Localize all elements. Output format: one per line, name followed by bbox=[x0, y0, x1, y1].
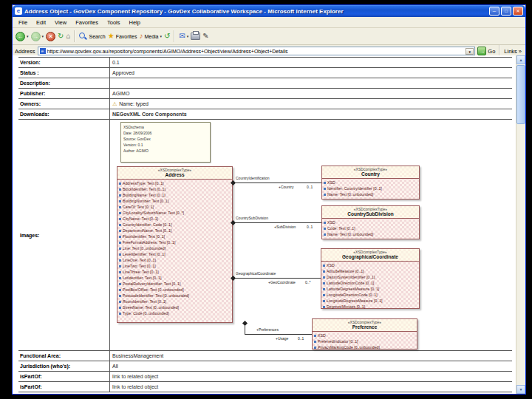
scroll-down-button[interactable]: ▼ bbox=[516, 385, 525, 394]
go-icon: → bbox=[477, 47, 486, 55]
links-button[interactable]: Links » bbox=[504, 48, 523, 55]
uml-association-country bbox=[233, 183, 321, 183]
table-row-version: Version: 0.1 bbox=[18, 58, 512, 68]
mail-dropdown-icon[interactable]: ▾ bbox=[187, 34, 189, 38]
menu-item[interactable]: Edit bbox=[32, 19, 50, 26]
slide-background: e Address Object - GovDex Component Repo… bbox=[0, 0, 532, 399]
uml-attribute: Degrees/Minutes [0..1] bbox=[323, 304, 417, 310]
uml-attribute: StreetName: Text [0..unbounded] bbox=[119, 304, 231, 310]
uml-class-address[interactable]: «XSDcomplexType» Address AddressType: Te… bbox=[117, 166, 233, 323]
uml-attribute: FloorIdentifier: Text [0..1] bbox=[119, 233, 231, 239]
media-dropdown-icon[interactable]: ▾ bbox=[160, 34, 163, 38]
property-label: Status : bbox=[18, 68, 110, 78]
property-label: Functional Area: bbox=[18, 351, 110, 361]
owners-text: Name: typed bbox=[119, 101, 149, 106]
table-row-downloads: Downloads: NEGovXML Core Components bbox=[18, 109, 512, 120]
uml-association-preference bbox=[245, 334, 312, 335]
edge-multiplicity: 0..1 bbox=[307, 185, 313, 189]
stop-button[interactable]: ✕ bbox=[46, 32, 55, 41]
edge-label: CountryIdentification bbox=[236, 176, 270, 180]
menu-item[interactable]: Help bbox=[125, 19, 145, 26]
forward-icon: → bbox=[31, 32, 41, 41]
uml-class-geocoordinate[interactable]: «XSDcomplexType» GeographicalCoordinate … bbox=[321, 248, 420, 309]
menu-item[interactable]: Favorites bbox=[71, 19, 103, 26]
uml-attribute: BlockIdentifier: Text [0..1] bbox=[119, 186, 231, 192]
uml-attribute: CityLocality/SuburbName: Text [0..*] bbox=[119, 210, 231, 216]
search-icon bbox=[79, 33, 87, 41]
edge-label: CountrySubDivision bbox=[236, 216, 268, 220]
forward-button[interactable]: → ▾ bbox=[31, 32, 44, 41]
close-button[interactable]: ✕ bbox=[513, 7, 523, 16]
menu-item[interactable]: File bbox=[14, 19, 32, 26]
uml-attribute: XSD bbox=[324, 219, 417, 225]
ispartof-link[interactable]: link to related object bbox=[110, 382, 512, 392]
uml-class-preference[interactable]: «XSDcomplexType» Preference XSDPreferred… bbox=[312, 318, 417, 349]
uml-attribute: LineOne: Text [0..1] bbox=[119, 257, 231, 263]
property-label: Publisher: bbox=[18, 89, 110, 98]
url-dropdown-button[interactable]: ▾ bbox=[466, 48, 474, 55]
uml-attribute: LatitudeDegreesMeasure [0..1] bbox=[323, 286, 417, 292]
uml-note: XSDschemaDate: 28/09/2006Source: GovDexV… bbox=[120, 122, 211, 163]
toolbar-separator bbox=[174, 30, 175, 42]
uml-attribute: LatitudeDirectionCode [0..1] bbox=[323, 280, 417, 286]
url-input[interactable]: e https://www.govdex.gov.au/repository/c… bbox=[38, 47, 476, 55]
class-name: GeographicalCoordinate bbox=[321, 254, 419, 260]
scroll-up-button[interactable]: ▲ bbox=[516, 55, 525, 64]
edge-label: GeographicalCoordinate bbox=[236, 271, 276, 276]
uml-attribute: LevelIdentifier: Text [0..1] bbox=[119, 251, 231, 257]
history-button[interactable]: ↺ bbox=[164, 32, 170, 41]
back-dropdown-icon[interactable]: ▾ bbox=[27, 34, 29, 38]
ispartof-link[interactable]: link to related object bbox=[110, 372, 512, 381]
uml-attribute: CareOf: Text [0..1] bbox=[119, 204, 231, 210]
downloads-link[interactable]: NEGovXML Core Components bbox=[110, 109, 512, 119]
menu-item[interactable]: View bbox=[50, 19, 71, 26]
favorites-button[interactable]: ★ Favorites bbox=[108, 32, 137, 41]
scrollbar-thumb[interactable] bbox=[516, 65, 525, 124]
media-icon: ♪ bbox=[139, 32, 143, 41]
menu-item[interactable]: Tools bbox=[103, 19, 125, 26]
uml-class-subdivision[interactable]: «XSDcomplexType» CountrySubDivision XSDC… bbox=[321, 205, 420, 239]
table-row-description: Description: bbox=[18, 78, 512, 89]
table-row-functional-area: Functional Area: BusinessManagement bbox=[18, 351, 512, 361]
table-row-ispartof-2: isPartOf: link to related object bbox=[18, 382, 512, 392]
table-row-ispartof-1: isPartOf: link to related object bbox=[18, 372, 512, 382]
maximize-button[interactable]: □ bbox=[501, 7, 511, 16]
note-line: Date: 28/09/2006 bbox=[123, 130, 208, 136]
uml-attribute: PostBox/Office: Text [0..unbounded] bbox=[119, 287, 231, 293]
edge-label: +Preferences bbox=[256, 327, 279, 332]
edit-button[interactable]: ✎ bbox=[202, 32, 208, 41]
vertical-scrollbar[interactable]: ▲ ▼ bbox=[516, 55, 525, 394]
refresh-button[interactable]: ↻ bbox=[58, 32, 64, 41]
media-button[interactable]: ♪ Media ▾ bbox=[139, 32, 162, 41]
search-button[interactable]: Search bbox=[79, 33, 105, 41]
table-row-images: Images: XSDschemaDate: 28/09/2006Source:… bbox=[18, 120, 512, 351]
edge-role-label: +GeoCoordinate bbox=[268, 280, 296, 284]
caption-row: AGO Main::Address. Details bbox=[18, 392, 512, 394]
uml-attribute: Name: Text [0..unbounded] bbox=[324, 191, 417, 197]
go-button[interactable]: → Go bbox=[477, 47, 495, 55]
search-label: Search bbox=[89, 34, 105, 39]
uml-attribute: PreferredIndicator [0..1] bbox=[314, 338, 415, 344]
uml-attribute: LineTwo: Text [0..1] bbox=[119, 263, 231, 269]
property-value: Approved bbox=[110, 68, 512, 78]
property-value bbox=[110, 78, 512, 88]
uml-attribute: DatumSystemIdentifier [0..1] bbox=[323, 274, 417, 280]
uml-attribute: CountryIdentifier: Code [0..1] bbox=[119, 222, 231, 228]
table-row-publisher: Publisher: AGIMO bbox=[18, 89, 512, 99]
uml-class-country[interactable]: «XSDcomplexType» Country XSDIdentifier: … bbox=[321, 166, 420, 200]
minimize-button[interactable]: ─ bbox=[489, 7, 499, 16]
links-label: Links bbox=[504, 48, 517, 55]
uml-attribute: CityName: Text [0..1] bbox=[119, 216, 231, 222]
table-row-jurisdiction: Jurisdiction (who's): All bbox=[18, 361, 512, 372]
property-value: AGIMO bbox=[110, 89, 512, 98]
home-button[interactable]: ⌂ bbox=[66, 32, 70, 41]
forward-dropdown-icon[interactable]: ▾ bbox=[42, 34, 44, 38]
back-button[interactable]: ← ▾ bbox=[16, 32, 29, 41]
class-name: CountrySubDivision bbox=[322, 211, 419, 217]
uml-attribute: PostcodeIdentifier: Text [0..unbounded] bbox=[119, 293, 231, 299]
edit-icon: ✎ bbox=[202, 32, 208, 41]
toolbar-separator bbox=[74, 30, 75, 42]
mail-button[interactable]: ✉ ▾ bbox=[179, 32, 188, 41]
edge-role-label: +SubDivision bbox=[274, 225, 296, 229]
print-button[interactable] bbox=[191, 33, 200, 40]
